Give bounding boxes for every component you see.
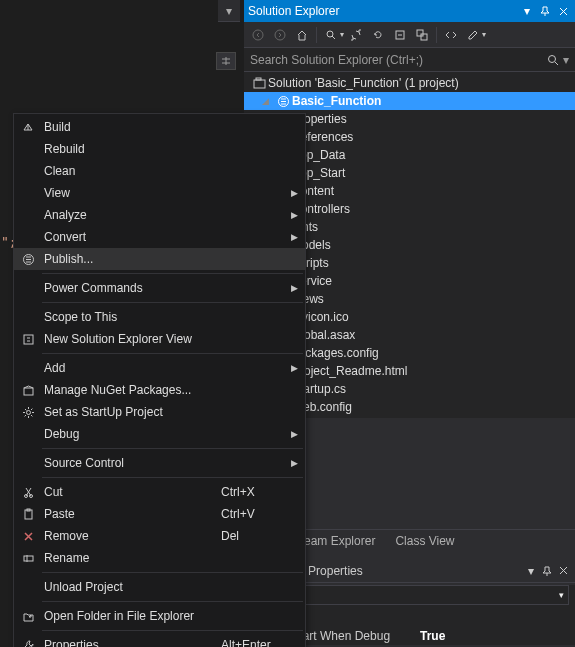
- menu-item[interactable]: Clean: [14, 160, 305, 182]
- search-box[interactable]: Search Solution Explorer (Ctrl+;) ▾: [244, 48, 575, 72]
- menu-item[interactable]: RemoveDel: [14, 525, 305, 547]
- solution-label: Solution 'Basic_Function' (1 project): [268, 76, 459, 90]
- svg-rect-11: [24, 335, 33, 344]
- menu-item[interactable]: Debug▶: [14, 423, 305, 445]
- separator: [42, 630, 303, 631]
- separator: [42, 477, 303, 478]
- project-label: Basic_Function: [292, 94, 381, 108]
- svg-rect-5: [421, 34, 427, 40]
- panel-menu-icon[interactable]: ▾: [519, 3, 535, 19]
- menu-item[interactable]: Source Control▶: [14, 452, 305, 474]
- menu-label: Manage NuGet Packages...: [42, 383, 221, 397]
- solution-node[interactable]: Solution 'Basic_Function' (1 project): [244, 74, 575, 92]
- menu-item[interactable]: Manage NuGet Packages...: [14, 379, 305, 401]
- project-icon: [274, 95, 292, 108]
- menu-item[interactable]: New Solution Explorer View: [14, 328, 305, 350]
- menu-item[interactable]: View▶: [14, 182, 305, 204]
- submenu-arrow-icon: ▶: [291, 429, 305, 439]
- home-icon[interactable]: [292, 25, 312, 45]
- toolbar: ▾ ▾: [244, 22, 575, 48]
- menu-label: Add: [42, 361, 221, 375]
- editor-gutter: ";: [0, 56, 14, 256]
- scope-icon[interactable]: [321, 25, 341, 45]
- gear-icon: [14, 406, 42, 419]
- context-menu: BuildRebuildCleanView▶Analyze▶Convert▶Pu…: [13, 113, 306, 647]
- menu-item[interactable]: Set as StartUp Project: [14, 401, 305, 423]
- separator: [42, 302, 303, 303]
- split-handle-icon[interactable]: [216, 52, 236, 70]
- pin-icon[interactable]: [537, 3, 553, 19]
- expand-arrow-icon[interactable]: ◢: [262, 96, 274, 106]
- submenu-arrow-icon: ▶: [291, 188, 305, 198]
- tree-item-label: Project_Readme.html: [292, 364, 407, 378]
- cut-icon: [14, 486, 42, 499]
- tab-class-view[interactable]: Class View: [385, 530, 464, 553]
- menu-item[interactable]: Publish...: [14, 248, 305, 270]
- menu-label: Rename: [42, 551, 221, 565]
- properties-icon[interactable]: [463, 25, 483, 45]
- menu-item[interactable]: Power Commands▶: [14, 277, 305, 299]
- menu-item[interactable]: Rebuild: [14, 138, 305, 160]
- menu-item[interactable]: Analyze▶: [14, 204, 305, 226]
- submenu-arrow-icon: ▶: [291, 363, 305, 373]
- menu-label: Paste: [42, 507, 221, 521]
- menu-item[interactable]: Scope to This: [14, 306, 305, 328]
- svg-point-0: [253, 30, 263, 40]
- menu-label: Unload Project: [42, 580, 221, 594]
- menu-item[interactable]: Add▶: [14, 357, 305, 379]
- menu-label: New Solution Explorer View: [42, 332, 221, 346]
- menu-item[interactable]: PropertiesAlt+Enter: [14, 634, 305, 647]
- menu-label: Debug: [42, 427, 221, 441]
- menu-item[interactable]: PasteCtrl+V: [14, 503, 305, 525]
- menu-item[interactable]: Open Folder in File Explorer: [14, 605, 305, 627]
- menu-label: Source Control: [42, 456, 221, 470]
- back-icon[interactable]: [248, 25, 268, 45]
- refresh-icon[interactable]: [368, 25, 388, 45]
- pin-icon[interactable]: [539, 563, 555, 579]
- forward-icon[interactable]: [270, 25, 290, 45]
- rename-icon: [14, 552, 42, 565]
- submenu-arrow-icon: ▶: [291, 232, 305, 242]
- separator: [42, 572, 303, 573]
- menu-label: Remove: [42, 529, 221, 543]
- menu-label: Open Folder in File Explorer: [42, 609, 221, 623]
- menu-label: Convert: [42, 230, 221, 244]
- sync-icon[interactable]: [346, 25, 366, 45]
- publish-icon: [14, 253, 42, 266]
- svg-rect-4: [417, 30, 423, 36]
- menu-label: Set as StartUp Project: [42, 405, 221, 419]
- search-icon[interactable]: [547, 54, 559, 66]
- svg-point-1: [275, 30, 285, 40]
- panel-menu-icon[interactable]: ▾: [523, 563, 539, 579]
- menu-item[interactable]: Rename: [14, 547, 305, 569]
- menu-label: Power Commands: [42, 281, 221, 295]
- menu-shortcut: Alt+Enter: [221, 638, 291, 647]
- menu-shortcut: Del: [221, 529, 291, 543]
- code-icon[interactable]: [441, 25, 461, 45]
- menu-label: Publish...: [42, 252, 221, 266]
- panel-title: Solution Explorer: [248, 4, 519, 18]
- menu-item[interactable]: Build: [14, 116, 305, 138]
- wrench-icon: [14, 639, 42, 648]
- menu-item[interactable]: CutCtrl+X: [14, 481, 305, 503]
- editor-tab-dropdown[interactable]: ▾: [218, 0, 240, 22]
- paste-icon: [14, 508, 42, 521]
- nuget-icon: [14, 384, 42, 397]
- menu-item[interactable]: Unload Project: [14, 576, 305, 598]
- project-node[interactable]: ◢ Basic_Function: [244, 92, 575, 110]
- collapse-icon[interactable]: [390, 25, 410, 45]
- showall-icon[interactable]: [412, 25, 432, 45]
- menu-item[interactable]: Convert▶: [14, 226, 305, 248]
- menu-label: Clean: [42, 164, 221, 178]
- search-placeholder: Search Solution Explorer (Ctrl+;): [250, 53, 547, 67]
- menu-label: Rebuild: [42, 142, 221, 156]
- submenu-arrow-icon: ▶: [291, 210, 305, 220]
- folder-icon: [14, 610, 42, 623]
- separator: [42, 273, 303, 274]
- solution-icon: [250, 77, 268, 90]
- close-icon[interactable]: [555, 563, 571, 579]
- submenu-arrow-icon: ▶: [291, 458, 305, 468]
- svg-rect-18: [24, 556, 33, 561]
- close-icon[interactable]: [555, 3, 571, 19]
- menu-label: Analyze: [42, 208, 221, 222]
